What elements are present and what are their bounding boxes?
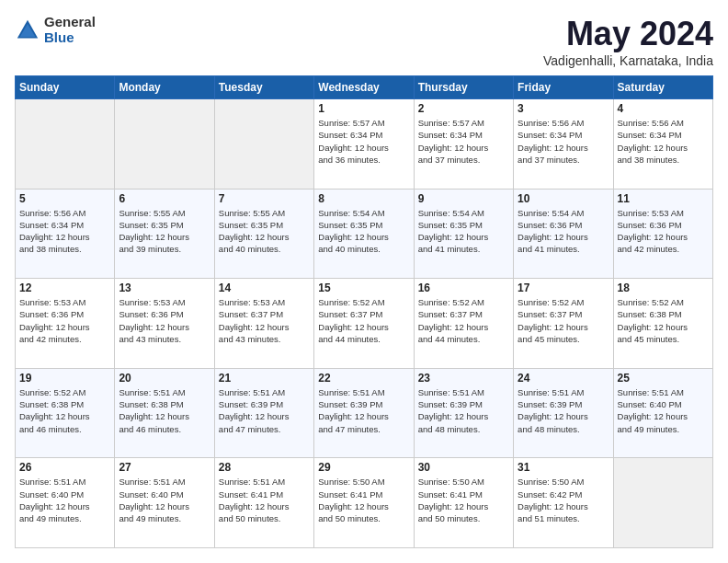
day-info: Sunrise: 5:51 AM Sunset: 6:39 PM Dayligh… xyxy=(418,386,509,435)
day-number: 11 xyxy=(618,192,709,205)
day-info: Sunrise: 5:51 AM Sunset: 6:38 PM Dayligh… xyxy=(119,386,210,435)
day-info: Sunrise: 5:51 AM Sunset: 6:40 PM Dayligh… xyxy=(618,386,709,435)
day-info: Sunrise: 5:52 AM Sunset: 6:38 PM Dayligh… xyxy=(618,296,709,345)
day-number: 28 xyxy=(219,461,310,474)
calendar-cell: 19Sunrise: 5:52 AM Sunset: 6:38 PM Dayli… xyxy=(16,368,115,458)
calendar-week-row: 1Sunrise: 5:57 AM Sunset: 6:34 PM Daylig… xyxy=(16,99,713,190)
day-info: Sunrise: 5:50 AM Sunset: 6:41 PM Dayligh… xyxy=(418,476,509,524)
day-number: 10 xyxy=(518,192,609,205)
calendar-cell: 28Sunrise: 5:51 AM Sunset: 6:41 PM Dayli… xyxy=(214,458,313,548)
calendar-cell: 20Sunrise: 5:51 AM Sunset: 6:38 PM Dayli… xyxy=(115,368,214,458)
day-number: 13 xyxy=(119,282,210,294)
day-number: 20 xyxy=(119,372,210,385)
calendar-week-row: 26Sunrise: 5:51 AM Sunset: 6:40 PM Dayli… xyxy=(16,458,713,548)
calendar-cell: 14Sunrise: 5:53 AM Sunset: 6:37 PM Dayli… xyxy=(214,279,313,369)
calendar-cell: 24Sunrise: 5:51 AM Sunset: 6:39 PM Dayli… xyxy=(514,368,613,458)
calendar-cell xyxy=(16,99,115,190)
calendar-cell xyxy=(214,99,313,190)
calendar-cell: 21Sunrise: 5:51 AM Sunset: 6:39 PM Dayli… xyxy=(214,368,313,458)
day-number: 14 xyxy=(219,282,310,294)
calendar-cell: 31Sunrise: 5:50 AM Sunset: 6:42 PM Dayli… xyxy=(514,458,613,548)
day-header-saturday: Saturday xyxy=(613,76,712,99)
calendar-cell: 16Sunrise: 5:52 AM Sunset: 6:37 PM Dayli… xyxy=(414,279,513,369)
day-number: 7 xyxy=(219,192,310,205)
day-number: 9 xyxy=(418,192,509,205)
calendar-cell: 1Sunrise: 5:57 AM Sunset: 6:34 PM Daylig… xyxy=(314,99,414,190)
day-number: 15 xyxy=(318,282,409,294)
day-number: 18 xyxy=(618,282,709,294)
logo-blue: Blue xyxy=(44,30,96,46)
calendar-week-row: 5Sunrise: 5:56 AM Sunset: 6:34 PM Daylig… xyxy=(16,189,713,279)
day-number: 5 xyxy=(19,192,110,205)
day-info: Sunrise: 5:55 AM Sunset: 6:35 PM Dayligh… xyxy=(119,207,210,256)
day-number: 12 xyxy=(19,282,110,294)
day-number: 22 xyxy=(318,372,409,385)
calendar-cell: 29Sunrise: 5:50 AM Sunset: 6:41 PM Dayli… xyxy=(314,458,414,548)
day-info: Sunrise: 5:51 AM Sunset: 6:40 PM Dayligh… xyxy=(119,476,210,524)
day-number: 24 xyxy=(518,372,609,385)
calendar-cell: 8Sunrise: 5:54 AM Sunset: 6:35 PM Daylig… xyxy=(314,189,414,279)
day-info: Sunrise: 5:57 AM Sunset: 6:34 PM Dayligh… xyxy=(418,117,509,166)
day-info: Sunrise: 5:52 AM Sunset: 6:37 PM Dayligh… xyxy=(418,296,509,345)
day-info: Sunrise: 5:52 AM Sunset: 6:37 PM Dayligh… xyxy=(518,296,609,345)
day-number: 2 xyxy=(418,102,509,115)
day-number: 19 xyxy=(19,372,110,385)
day-number: 21 xyxy=(219,372,310,385)
day-info: Sunrise: 5:54 AM Sunset: 6:35 PM Dayligh… xyxy=(418,207,509,256)
logo-icon xyxy=(15,17,40,43)
logo: General Blue xyxy=(15,15,96,45)
day-info: Sunrise: 5:53 AM Sunset: 6:36 PM Dayligh… xyxy=(119,296,210,345)
day-number: 29 xyxy=(318,461,409,474)
day-number: 27 xyxy=(119,461,210,474)
calendar-cell: 6Sunrise: 5:55 AM Sunset: 6:35 PM Daylig… xyxy=(115,189,214,279)
day-info: Sunrise: 5:50 AM Sunset: 6:42 PM Dayligh… xyxy=(518,476,609,524)
page: General Blue May 2024 Vadigenhalli, Karn… xyxy=(0,0,728,563)
day-number: 17 xyxy=(518,282,609,294)
day-info: Sunrise: 5:55 AM Sunset: 6:35 PM Dayligh… xyxy=(219,207,310,256)
day-info: Sunrise: 5:53 AM Sunset: 6:37 PM Dayligh… xyxy=(219,296,310,345)
header: General Blue May 2024 Vadigenhalli, Karn… xyxy=(15,15,713,68)
day-number: 30 xyxy=(418,461,509,474)
day-number: 8 xyxy=(318,192,409,205)
calendar-cell: 7Sunrise: 5:55 AM Sunset: 6:35 PM Daylig… xyxy=(214,189,313,279)
day-number: 26 xyxy=(19,461,110,474)
day-number: 23 xyxy=(418,372,509,385)
day-info: Sunrise: 5:51 AM Sunset: 6:40 PM Dayligh… xyxy=(19,476,110,524)
logo-text: General Blue xyxy=(44,15,96,45)
calendar-cell xyxy=(115,99,214,190)
title-block: May 2024 Vadigenhalli, Karnataka, India xyxy=(543,15,713,68)
main-title: May 2024 xyxy=(543,15,713,53)
day-header-monday: Monday xyxy=(115,76,214,99)
day-header-friday: Friday xyxy=(514,76,613,99)
calendar-cell: 9Sunrise: 5:54 AM Sunset: 6:35 PM Daylig… xyxy=(414,189,513,279)
calendar-cell xyxy=(613,458,712,548)
day-number: 16 xyxy=(418,282,509,294)
calendar-cell: 2Sunrise: 5:57 AM Sunset: 6:34 PM Daylig… xyxy=(414,99,513,190)
day-info: Sunrise: 5:53 AM Sunset: 6:36 PM Dayligh… xyxy=(19,296,110,345)
calendar-cell: 22Sunrise: 5:51 AM Sunset: 6:39 PM Dayli… xyxy=(314,368,414,458)
day-info: Sunrise: 5:54 AM Sunset: 6:35 PM Dayligh… xyxy=(318,207,409,256)
calendar-cell: 17Sunrise: 5:52 AM Sunset: 6:37 PM Dayli… xyxy=(514,279,613,369)
day-header-wednesday: Wednesday xyxy=(314,76,414,99)
calendar-cell: 13Sunrise: 5:53 AM Sunset: 6:36 PM Dayli… xyxy=(115,279,214,369)
calendar-cell: 15Sunrise: 5:52 AM Sunset: 6:37 PM Dayli… xyxy=(314,279,414,369)
day-info: Sunrise: 5:56 AM Sunset: 6:34 PM Dayligh… xyxy=(618,117,709,166)
calendar-header-row: SundayMondayTuesdayWednesdayThursdayFrid… xyxy=(16,76,713,99)
day-info: Sunrise: 5:57 AM Sunset: 6:34 PM Dayligh… xyxy=(318,117,409,166)
day-number: 31 xyxy=(518,461,609,474)
calendar-cell: 4Sunrise: 5:56 AM Sunset: 6:34 PM Daylig… xyxy=(613,99,712,190)
calendar-cell: 5Sunrise: 5:56 AM Sunset: 6:34 PM Daylig… xyxy=(16,189,115,279)
calendar-cell: 3Sunrise: 5:56 AM Sunset: 6:34 PM Daylig… xyxy=(514,99,613,190)
day-info: Sunrise: 5:56 AM Sunset: 6:34 PM Dayligh… xyxy=(19,207,110,256)
day-header-tuesday: Tuesday xyxy=(214,76,313,99)
day-number: 6 xyxy=(119,192,210,205)
calendar-cell: 30Sunrise: 5:50 AM Sunset: 6:41 PM Dayli… xyxy=(414,458,513,548)
day-info: Sunrise: 5:56 AM Sunset: 6:34 PM Dayligh… xyxy=(518,117,609,166)
calendar-cell: 10Sunrise: 5:54 AM Sunset: 6:36 PM Dayli… xyxy=(514,189,613,279)
calendar-week-row: 12Sunrise: 5:53 AM Sunset: 6:36 PM Dayli… xyxy=(16,279,713,369)
day-info: Sunrise: 5:52 AM Sunset: 6:37 PM Dayligh… xyxy=(318,296,409,345)
calendar-cell: 27Sunrise: 5:51 AM Sunset: 6:40 PM Dayli… xyxy=(115,458,214,548)
day-number: 1 xyxy=(318,102,409,115)
day-number: 4 xyxy=(618,102,709,115)
day-info: Sunrise: 5:51 AM Sunset: 6:39 PM Dayligh… xyxy=(219,386,310,435)
